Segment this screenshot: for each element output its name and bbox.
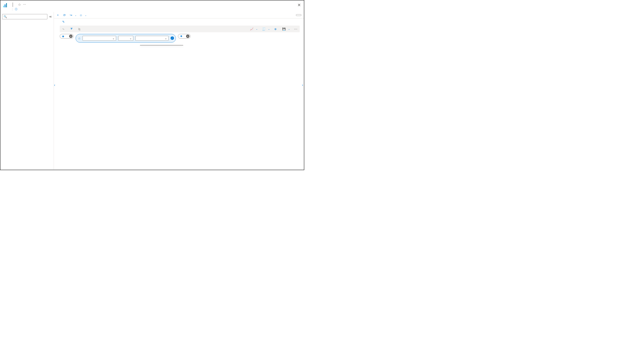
save-icon: 💾 <box>282 28 286 30</box>
panel-collapse-left-icon[interactable]: ‹ <box>54 83 55 87</box>
chart-more-icon[interactable]: ⋯ <box>293 27 298 31</box>
filter-property-select[interactable]: ⌄ <box>82 36 116 41</box>
svg-rect-0 <box>3 6 4 7</box>
chevron-down-icon: ⌄ <box>288 28 290 30</box>
line-chart-icon: 📈 <box>250 28 253 30</box>
split-icon: ✱ <box>180 35 182 38</box>
new-alert-rule-button[interactable]: ⊕ <box>273 26 279 32</box>
search-input[interactable] <box>8 15 46 18</box>
share-button[interactable]: ↪⌄ <box>70 14 76 17</box>
remove-metric-icon[interactable]: ✕ <box>69 34 72 38</box>
close-icon[interactable]: ✕ <box>298 2 301 8</box>
share-icon: ↪ <box>70 14 72 17</box>
favorite-star-icon[interactable]: ☆ <box>18 2 21 6</box>
plus-icon: ＋ <box>56 13 59 17</box>
content-area: ＋ ⟳ ↪⌄ ☺⌄ ✎ ∿ ⧩ ⧎ 📈⌄ 🧾⌄ ⊕ 💾⌄ ⋯ <box>54 12 304 170</box>
resource-icon <box>2 2 8 8</box>
filter-values-select[interactable]: ⌄ <box>136 36 168 41</box>
sidebar: 🔍 ≪ <box>0 12 54 170</box>
refresh-icon: ⟳ <box>63 14 66 17</box>
apply-splitting-button[interactable]: ⧎ <box>77 26 83 32</box>
filter-icon: ⌂ <box>78 36 80 40</box>
resource-dot-icon: ◉ <box>62 35 64 38</box>
metric-icon: ∿ <box>62 28 64 30</box>
svg-rect-2 <box>6 3 7 7</box>
search-icon: 🔍 <box>4 15 7 18</box>
panel-collapse-right-icon[interactable]: › <box>302 83 303 87</box>
smile-icon: ☺ <box>80 14 82 17</box>
sidebar-search[interactable]: 🔍 <box>2 14 47 19</box>
metrics-toolbar: ＋ ⟳ ↪⌄ ☺⌄ <box>54 12 304 18</box>
svg-rect-1 <box>4 4 6 7</box>
metrics-chart[interactable] <box>60 45 300 166</box>
refresh-button[interactable]: ⟳ <box>63 14 67 17</box>
metric-pill[interactable]: ◉ ✕ <box>60 34 74 38</box>
filter-icon: ⧩ <box>70 27 72 30</box>
split-icon: ⧎ <box>78 28 80 30</box>
chart-container <box>54 42 304 170</box>
chevron-down-icon: ⌄ <box>85 14 86 16</box>
feedback-button[interactable]: ☺⌄ <box>80 14 86 17</box>
chevron-down-icon: ⌄ <box>165 37 167 40</box>
add-metric-button[interactable]: ∿ <box>61 26 67 32</box>
info-icon: ⓘ <box>15 8 18 11</box>
filter-operator-select[interactable]: ⌄ <box>118 36 133 41</box>
chevron-down-icon: ⌄ <box>130 37 132 40</box>
page-header: | ☆ ⋯ ⓘ ✕ <box>0 0 304 12</box>
title-separator: | <box>12 2 14 7</box>
chart-legend <box>60 166 300 168</box>
add-filter-button[interactable]: ⧩ <box>69 26 75 32</box>
save-dashboard-button[interactable]: 💾⌄ <box>281 26 291 32</box>
filter-editor: ⌂ ⌄ ⌄ <box>76 34 176 42</box>
line-chart-button[interactable]: 📈⌄ <box>249 26 259 32</box>
split-by-pill[interactable]: ✱ ✕ <box>178 34 190 38</box>
drill-logs-button[interactable]: 🧾⌄ <box>261 26 271 32</box>
chevron-down-icon: ⌄ <box>268 28 270 30</box>
chart-toolbar: ∿ ⧩ ⧎ 📈⌄ 🧾⌄ ⊕ 💾⌄ ⋯ <box>60 26 300 32</box>
query-pills-row: ◉ ✕ ⌂ ⌄ ⌄ <box>54 34 304 42</box>
chevron-down-icon: ⌄ <box>75 14 76 16</box>
header-more-icon[interactable]: ⋯ <box>23 3 26 6</box>
collapse-sidebar-icon[interactable]: ≪ <box>49 15 52 18</box>
filter-apply-icon[interactable]: ✓ <box>170 36 174 40</box>
chevron-down-icon: ⌄ <box>112 37 115 40</box>
time-range-pill[interactable] <box>296 14 301 16</box>
new-chart-button[interactable]: ＋ <box>56 13 60 17</box>
logs-icon: 🧾 <box>262 28 266 30</box>
edit-title-icon[interactable]: ✎ <box>62 20 65 24</box>
alert-icon: ⊕ <box>274 28 277 30</box>
chevron-down-icon: ⌄ <box>256 28 258 30</box>
remove-split-icon[interactable]: ✕ <box>186 34 190 38</box>
values-dropdown <box>140 45 183 46</box>
